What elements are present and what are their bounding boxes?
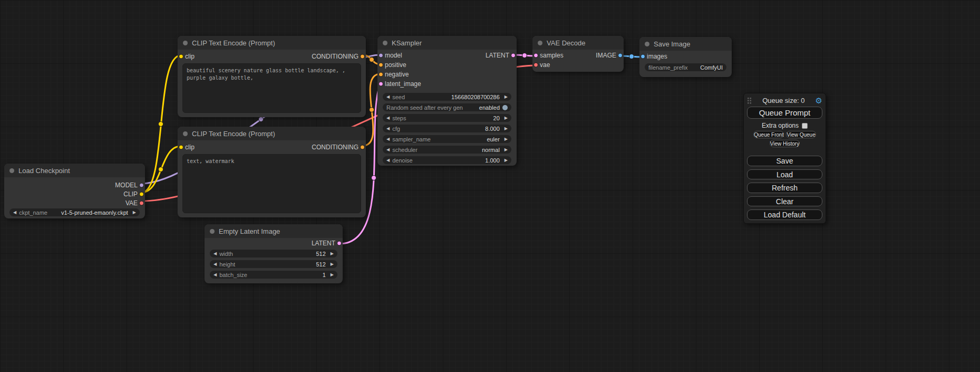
node-save-image[interactable]: Save Image images filename_prefix ComfyU… — [639, 37, 732, 77]
prev-arrow-icon[interactable]: ◀ — [386, 137, 390, 141]
queue-front-button[interactable]: Queue Front — [753, 131, 784, 138]
decrement-arrow-icon[interactable]: ◀ — [386, 127, 390, 131]
filename-prefix-widget[interactable]: filename_prefix ComfyUI — [645, 63, 726, 71]
height-widget[interactable]: ◀ height 512 ▶ — [210, 260, 337, 268]
node-empty-latent-image[interactable]: Empty Latent Image LATENT ◀ width 512 ▶ … — [205, 224, 343, 283]
input-slot-model[interactable] — [379, 53, 383, 58]
settings-gear-icon[interactable]: ⚙ — [816, 97, 822, 104]
node-title-bar[interactable]: Save Image — [639, 37, 732, 51]
next-arrow-icon[interactable]: ▶ — [504, 137, 508, 141]
increment-arrow-icon[interactable]: ▶ — [504, 158, 508, 163]
node-title-bar[interactable]: CLIP Text Encode (Prompt) — [178, 127, 366, 140]
clear-button[interactable]: Clear — [747, 196, 822, 207]
output-slot-latent[interactable] — [511, 53, 516, 58]
input-slot-clip[interactable] — [179, 145, 183, 150]
widget-label: sampler_name — [392, 136, 431, 142]
widget-label: cfg — [392, 126, 400, 132]
node-title-bar[interactable]: KSampler — [377, 36, 517, 50]
input-slot-images[interactable] — [641, 54, 645, 59]
batch-size-widget[interactable]: ◀ batch_size 1 ▶ — [210, 271, 337, 279]
slot-row: clip CONDITIONING — [178, 52, 366, 61]
queue-menu-panel[interactable]: Queue size: 0 ⚙ Queue Prompt Extra optio… — [743, 93, 826, 224]
collapse-dot-icon[interactable] — [9, 168, 14, 173]
decrement-arrow-icon[interactable]: ◀ — [214, 252, 217, 256]
decrement-arrow-icon[interactable]: ◀ — [214, 273, 217, 277]
slot-label: positive — [385, 61, 406, 69]
input-slot-vae[interactable] — [533, 63, 538, 68]
view-history-button[interactable]: View History — [770, 140, 800, 147]
drag-handle-icon[interactable] — [747, 97, 752, 104]
collapse-dot-icon[interactable] — [645, 42, 649, 46]
increment-arrow-icon[interactable]: ▶ — [504, 116, 508, 120]
increment-arrow-icon[interactable]: ▶ — [331, 262, 334, 266]
decrement-arrow-icon[interactable]: ◀ — [386, 95, 390, 99]
node-clip-text-encode-positive[interactable]: CLIP Text Encode (Prompt) clip CONDITION… — [178, 36, 366, 117]
seed-widget[interactable]: ◀ seed 156680208700286 ▶ — [383, 93, 511, 101]
sampler-name-widget[interactable]: ◀ sampler_name euler ▶ — [383, 135, 511, 143]
output-slot-image[interactable] — [618, 53, 623, 58]
collapse-dot-icon[interactable] — [210, 229, 215, 234]
node-ksampler[interactable]: KSampler model LATENT positive negative … — [377, 36, 517, 166]
node-title: Load Checkpoint — [18, 167, 70, 175]
denoise-widget[interactable]: ◀ denoise 1.000 ▶ — [383, 156, 511, 164]
output-slot-vae[interactable] — [139, 201, 144, 205]
decrement-arrow-icon[interactable]: ◀ — [214, 262, 217, 266]
input-slot-clip[interactable] — [179, 54, 183, 59]
node-title-bar[interactable]: CLIP Text Encode (Prompt) — [178, 36, 366, 50]
output-slot-latent[interactable] — [337, 241, 342, 246]
increment-arrow-icon[interactable]: ▶ — [504, 95, 508, 99]
node-load-checkpoint[interactable]: Load Checkpoint MODEL CLIP VAE ◀ ckpt_na… — [4, 164, 145, 218]
widget-label: batch_size — [219, 272, 247, 278]
slot-label: negative — [385, 71, 409, 78]
slot-row: positive — [377, 60, 517, 70]
collapse-dot-icon[interactable] — [183, 131, 188, 136]
next-arrow-icon[interactable]: ▶ — [504, 148, 508, 152]
steps-widget[interactable]: ◀ steps 20 ▶ — [383, 114, 511, 122]
prompt-textarea[interactable]: beautiful scenery nature glass bottle la… — [182, 63, 361, 113]
decrement-arrow-icon[interactable]: ◀ — [386, 158, 390, 163]
save-button[interactable]: Save — [747, 156, 822, 166]
prompt-textarea[interactable]: text, watermark — [182, 154, 361, 213]
prev-arrow-icon[interactable]: ◀ — [13, 211, 16, 215]
queue-prompt-button[interactable]: Queue Prompt — [747, 107, 822, 119]
widget-value: 20 — [493, 115, 502, 121]
collapse-dot-icon[interactable] — [383, 41, 387, 45]
load-default-button[interactable]: Load Default — [747, 209, 822, 220]
collapse-dot-icon[interactable] — [538, 41, 542, 45]
width-widget[interactable]: ◀ width 512 ▶ — [210, 250, 337, 257]
scheduler-widget[interactable]: ◀ scheduler normal ▶ — [383, 146, 511, 154]
widget-value: v1-5-pruned-emaonly.ckpt — [61, 209, 130, 216]
random-seed-toggle-widget[interactable]: Random seed after every gen enabled — [383, 103, 511, 111]
input-slot-samples[interactable] — [533, 53, 538, 58]
node-title-bar[interactable]: Empty Latent Image — [205, 224, 343, 238]
prev-arrow-icon[interactable]: ◀ — [386, 148, 390, 152]
input-slot-negative[interactable] — [379, 72, 383, 77]
load-button[interactable]: Load — [747, 169, 822, 180]
increment-arrow-icon[interactable]: ▶ — [331, 273, 334, 277]
output-slot-conditioning[interactable] — [360, 54, 365, 59]
slot-label: latent_image — [385, 80, 421, 88]
output-slot-model[interactable] — [139, 183, 144, 187]
toggle-knob-icon[interactable] — [502, 105, 508, 110]
input-slot-latent-image[interactable] — [379, 82, 383, 87]
increment-arrow-icon[interactable]: ▶ — [331, 252, 334, 256]
cfg-widget[interactable]: ◀ cfg 8.000 ▶ — [383, 125, 511, 132]
node-clip-text-encode-negative[interactable]: CLIP Text Encode (Prompt) clip CONDITION… — [178, 127, 366, 217]
input-slot-positive[interactable] — [379, 63, 383, 68]
increment-arrow-icon[interactable]: ▶ — [504, 127, 508, 131]
view-queue-button[interactable]: View Queue — [786, 131, 816, 138]
refresh-button[interactable]: Refresh — [747, 183, 822, 193]
output-slot-clip[interactable] — [139, 192, 144, 196]
output-slot-conditioning[interactable] — [360, 145, 365, 150]
extra-options-checkbox[interactable] — [802, 123, 808, 129]
collapse-dot-icon[interactable] — [183, 41, 188, 45]
slot-row: CLIP — [4, 189, 145, 198]
node-vae-decode[interactable]: VAE Decode samples IMAGE vae — [532, 36, 624, 72]
decrement-arrow-icon[interactable]: ◀ — [386, 116, 390, 120]
node-title-bar[interactable]: VAE Decode — [532, 36, 624, 50]
node-title-bar[interactable]: Load Checkpoint — [4, 164, 145, 177]
slot-label: MODEL — [115, 182, 138, 189]
slot-label: vae — [540, 61, 550, 69]
next-arrow-icon[interactable]: ▶ — [133, 211, 136, 215]
ckpt-name-widget[interactable]: ◀ ckpt_name v1-5-pruned-emaonly.ckpt ▶ — [9, 208, 140, 216]
